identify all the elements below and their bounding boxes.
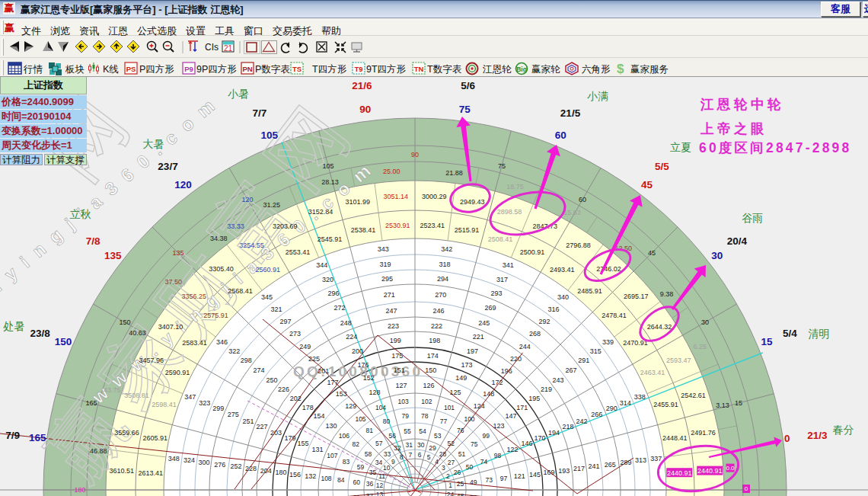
svg-text:169: 169: [543, 469, 554, 476]
svg-text:23/8: 23/8: [30, 328, 50, 339]
svg-text:4: 4: [435, 458, 439, 466]
svg-text:176: 176: [358, 361, 369, 369]
svg-text:56: 56: [389, 432, 397, 440]
svg-text:3508.81: 3508.81: [124, 392, 149, 399]
svg-text:297: 297: [279, 318, 291, 325]
svg-text:246: 246: [432, 307, 444, 315]
svg-text:57: 57: [375, 440, 383, 447]
svg-text:84: 84: [337, 476, 345, 484]
svg-text:1: 1: [448, 482, 452, 489]
svg-text:275: 275: [228, 411, 239, 418]
svg-text:243: 243: [552, 376, 563, 384]
svg-text:81: 81: [366, 427, 374, 434]
svg-text:3610.51: 3610.51: [110, 467, 135, 475]
svg-text:12: 12: [376, 482, 384, 489]
svg-text:55: 55: [404, 427, 411, 435]
svg-text:36: 36: [366, 480, 374, 488]
svg-text:201: 201: [318, 367, 329, 375]
svg-text:CIs: CIs: [205, 42, 219, 53]
svg-text:273: 273: [289, 330, 301, 338]
svg-text:242: 242: [576, 418, 587, 425]
svg-text:K线: K线: [103, 64, 119, 75]
svg-text:清明: 清明: [808, 328, 829, 340]
svg-text:立夏: 立夏: [670, 141, 691, 153]
svg-text:37.50: 37.50: [165, 278, 183, 286]
svg-text:40.63: 40.63: [129, 329, 146, 337]
svg-text:266: 266: [591, 411, 602, 418]
svg-text:319: 319: [379, 261, 391, 268]
svg-text:82: 82: [353, 440, 360, 448]
svg-text:155: 155: [298, 440, 309, 447]
svg-text:252: 252: [230, 462, 241, 470]
svg-text:199: 199: [390, 337, 401, 344]
svg-text:2545.91: 2545.91: [318, 235, 343, 243]
svg-text:$: $: [617, 62, 624, 76]
svg-text:221: 221: [473, 333, 484, 341]
svg-text:222: 222: [431, 322, 442, 330]
svg-text:20/4: 20/4: [727, 235, 748, 247]
svg-text:Big: Big: [516, 66, 527, 73]
svg-text:31.25: 31.25: [263, 201, 280, 209]
svg-text:156: 156: [289, 471, 301, 478]
svg-text:3254.55: 3254.55: [239, 242, 264, 249]
svg-text:318: 318: [439, 261, 450, 268]
svg-text:30: 30: [711, 250, 723, 261]
svg-text:269: 269: [484, 304, 496, 312]
svg-text:0: 0: [784, 433, 790, 444]
svg-text:2440.91: 2440.91: [667, 469, 692, 477]
svg-text:271: 271: [384, 291, 395, 299]
svg-text:3051.14: 3051.14: [384, 193, 409, 200]
svg-text:175: 175: [391, 352, 403, 360]
svg-text:171: 171: [516, 404, 528, 411]
svg-text:316: 316: [547, 306, 559, 313]
svg-text:75: 75: [471, 440, 478, 448]
svg-text:15.63: 15.63: [563, 209, 581, 216]
svg-text:120: 120: [174, 179, 192, 190]
svg-text:272: 272: [334, 304, 346, 312]
svg-text:226: 226: [278, 386, 289, 393]
svg-text:29: 29: [429, 444, 436, 452]
svg-text:150: 150: [425, 366, 436, 374]
svg-text:板块: 板块: [65, 64, 85, 75]
svg-text:7/8: 7/8: [86, 235, 101, 247]
svg-text:2575.91: 2575.91: [203, 312, 228, 319]
svg-text:173: 173: [461, 361, 472, 369]
svg-text:104: 104: [375, 404, 386, 411]
svg-text:248: 248: [340, 319, 352, 327]
svg-text:T9: T9: [354, 65, 362, 73]
svg-text:3152.84: 3152.84: [308, 208, 333, 216]
svg-text:317: 317: [496, 276, 508, 283]
svg-text:28.13: 28.13: [321, 178, 339, 186]
svg-text:342: 342: [441, 245, 452, 253]
svg-text:227: 227: [257, 423, 268, 430]
svg-text:15: 15: [761, 336, 773, 347]
svg-text:196: 196: [501, 367, 512, 375]
svg-text:345: 345: [261, 293, 273, 301]
svg-text:314: 314: [620, 399, 631, 407]
svg-text:21: 21: [224, 44, 233, 53]
svg-text:131: 131: [311, 446, 323, 453]
svg-text:51: 51: [458, 450, 466, 458]
svg-text:292: 292: [539, 318, 550, 325]
svg-text:18.75: 18.75: [506, 183, 524, 190]
svg-text:125: 125: [449, 389, 461, 396]
svg-text:194: 194: [548, 429, 560, 437]
svg-text:170: 170: [534, 434, 545, 442]
svg-text:180: 180: [275, 469, 286, 476]
svg-text:321: 321: [270, 306, 282, 313]
svg-text:50: 50: [466, 463, 474, 471]
svg-text:223: 223: [388, 322, 399, 330]
svg-text:102: 102: [421, 398, 432, 405]
svg-text:PN: PN: [242, 65, 252, 73]
svg-text:274: 274: [253, 366, 264, 374]
svg-text:300: 300: [198, 459, 209, 466]
svg-text:2530.91: 2530.91: [385, 222, 410, 229]
svg-text:101: 101: [444, 404, 455, 411]
svg-text:122: 122: [506, 446, 518, 453]
svg-text:2898.58: 2898.58: [497, 208, 522, 216]
svg-text:339: 339: [602, 338, 614, 346]
svg-text:124: 124: [474, 402, 485, 410]
svg-text:245: 245: [478, 319, 490, 327]
svg-text:174: 174: [427, 352, 439, 360]
svg-text:76: 76: [457, 427, 464, 434]
